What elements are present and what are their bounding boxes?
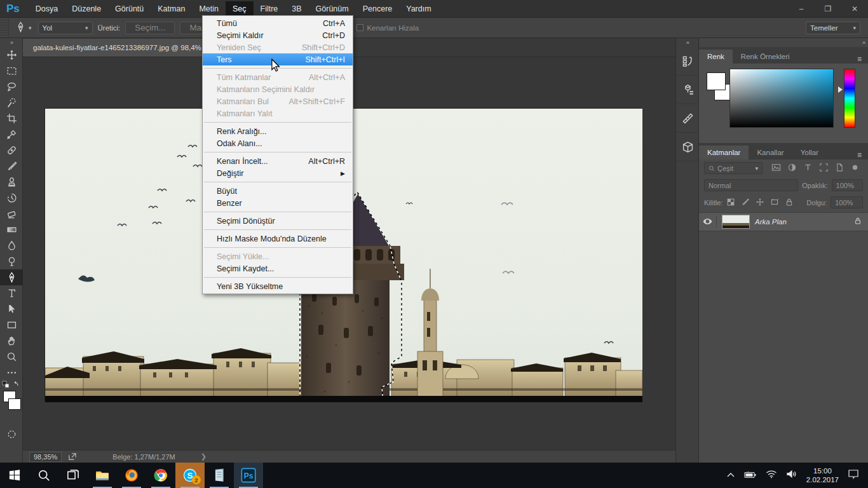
pen-tool[interactable] [0, 269, 23, 285]
clone-stamp-tool[interactable] [0, 174, 23, 190]
panel-measure-button[interactable] [676, 104, 700, 133]
taskbar-firefox[interactable] [117, 463, 146, 488]
menu-item-se-imi-kaydet-[interactable]: Seçimi Kaydet... [203, 262, 353, 274]
opacity-field[interactable]: 100% [832, 179, 863, 191]
make-selection-button[interactable]: Seçim... [125, 22, 175, 34]
tray-chevron-icon[interactable] [726, 470, 735, 481]
tab-katmanlar[interactable]: Katmanlar [699, 146, 749, 159]
lock-pixels-icon[interactable] [741, 198, 750, 208]
layer-thumbnail[interactable] [722, 215, 750, 229]
menu-item-t-m-[interactable]: TümüCtrl+A [203, 17, 353, 29]
menu-g-r-nt-[interactable]: Görüntü [108, 1, 151, 17]
lock-position-icon[interactable] [756, 198, 764, 208]
menu-item-benzer[interactable]: Benzer [203, 197, 353, 209]
brush-tool[interactable] [0, 158, 23, 174]
zoom-level-field[interactable]: 98,35% [29, 452, 62, 462]
tool-preset-picker[interactable]: ▾ [9, 22, 38, 34]
layer-filter-kind-select[interactable]: Çeşit ▾ [704, 162, 763, 174]
panel-properties-button[interactable] [676, 76, 700, 104]
menu-item-yeni-3b-y-kseltme[interactable]: Yeni 3B Yükseltme [203, 280, 353, 292]
menu-item-h-zl-maske-modu-nda-d-zenle[interactable]: Hızlı Maske Modu'nda Düzenle [203, 233, 353, 245]
menu-dosya[interactable]: Dosya [29, 1, 65, 17]
spot-healing-tool[interactable] [0, 142, 23, 158]
tab-yollar[interactable]: Yollar [792, 146, 827, 159]
eraser-tool[interactable] [0, 206, 23, 222]
menu-katman[interactable]: Katman [151, 1, 192, 17]
menu-3b[interactable]: 3B [285, 1, 308, 17]
options-bar-grip[interactable] [0, 18, 9, 37]
swap-colors-icon[interactable] [2, 381, 21, 390]
history-brush-tool[interactable] [0, 190, 23, 206]
workspace-select[interactable]: Temeller ▾ [806, 22, 860, 34]
blend-mode-select[interactable]: Normal [704, 179, 798, 191]
crop-tool[interactable] [0, 111, 23, 126]
gradient-tool[interactable] [0, 222, 23, 238]
minimize-button[interactable]: – [788, 0, 815, 17]
filter-smartobject-icon[interactable] [835, 163, 844, 173]
filter-adjustment-icon[interactable] [787, 163, 797, 173]
share-export-icon[interactable] [68, 452, 77, 461]
align-edges-checkbox[interactable]: Kenarları Hizala [356, 24, 419, 32]
panel-3d-button[interactable] [676, 133, 700, 161]
eyedropper-tool[interactable] [0, 126, 23, 142]
lock-transparency-icon[interactable] [726, 198, 735, 208]
menu-se-[interactable]: Seç [226, 1, 254, 17]
hue-slider[interactable] [844, 69, 855, 128]
background-color-swatch[interactable] [8, 398, 21, 410]
tool-mode-select[interactable]: Yol ▾ [38, 22, 93, 34]
menu-item-kenar-i-ncelt-[interactable]: Kenarı İncelt...Alt+Ctrl+R [203, 155, 353, 167]
volume-icon[interactable] [786, 470, 797, 481]
menu-filtre[interactable]: Filtre [254, 1, 285, 17]
start-button[interactable] [0, 463, 29, 488]
menu-item-renk-aral-[interactable]: Renk Aralığı... [203, 125, 353, 137]
lasso-tool[interactable] [0, 79, 23, 95]
filter-type-icon[interactable] [803, 163, 813, 173]
filter-image-icon[interactable] [771, 163, 781, 173]
tab-kanallar[interactable]: Kanallar [749, 146, 792, 159]
menu-item-se-imi-kald-r[interactable]: Seçimi KaldırCtrl+D [203, 29, 353, 41]
taskbar-notepad[interactable] [205, 463, 234, 488]
color-panel-menu-icon[interactable]: ≡ [851, 55, 868, 64]
filter-shape-icon[interactable] [819, 163, 829, 173]
tray-clock[interactable]: 15:00 2.02.2017 [806, 466, 839, 485]
taskbar-photoshop[interactable]: Ps [234, 463, 263, 488]
layer-visibility-eye-icon[interactable] [699, 216, 717, 227]
collapse-toolbar-chevron-icon[interactable]: » [0, 38, 22, 47]
taskbar-skype[interactable]: S2 [175, 463, 205, 488]
tab-renk[interactable]: Renk [699, 50, 733, 64]
move-tool[interactable] [0, 47, 23, 63]
lock-all-icon[interactable] [785, 198, 794, 208]
fill-field[interactable]: 100% [831, 196, 863, 208]
saturation-brightness-field[interactable] [729, 69, 834, 128]
action-center-icon[interactable] [848, 469, 859, 482]
tab-renk-rnekleri[interactable]: Renk Örnekleri [733, 50, 798, 64]
type-tool[interactable] [0, 285, 23, 301]
hand-tool[interactable] [0, 333, 23, 349]
foreground-color-swatch[interactable] [707, 72, 726, 90]
hue-slider-pointer[interactable] [838, 86, 843, 93]
restore-button[interactable]: ❐ [815, 0, 841, 17]
menu-item-odak-alan-[interactable]: Odak Alanı... [203, 137, 353, 149]
menu-yard-m[interactable]: Yardım [399, 1, 438, 17]
document-tab[interactable]: galata-kulesi-fiyatlar-e1465213386977.jp… [23, 39, 212, 57]
quick-selection-tool[interactable] [0, 95, 23, 111]
rectangle-tool[interactable] [0, 317, 23, 333]
close-button[interactable]: ✕ [841, 0, 868, 17]
quick-mask-button[interactable] [0, 426, 23, 442]
menu-d-zenle[interactable]: Düzenle [65, 1, 108, 17]
menu-g-r-n-m[interactable]: Görünüm [309, 1, 356, 17]
zoom-tool[interactable] [0, 349, 23, 365]
marquee-tool[interactable] [0, 63, 23, 79]
task-view-button[interactable] [58, 463, 88, 488]
taskbar-chrome[interactable] [146, 463, 175, 488]
path-selection-tool[interactable] [0, 301, 23, 317]
menu-item-b-y-t[interactable]: Büyüt [203, 185, 353, 197]
more-tools-button[interactable] [0, 365, 23, 381]
taskbar-explorer[interactable] [88, 463, 117, 488]
layer-row-arka-plan[interactable]: Arka Plan [699, 212, 868, 231]
menu-item-de-i-tir[interactable]: Değiştir▶ [203, 167, 353, 179]
menu-item-se-imi-d-n-t-r[interactable]: Seçimi Dönüştür [203, 215, 353, 227]
dodge-tool[interactable] [0, 254, 23, 269]
collapse-panels-chevron-icon[interactable]: » [699, 38, 868, 47]
layers-panel-menu-icon[interactable]: ≡ [851, 151, 868, 159]
